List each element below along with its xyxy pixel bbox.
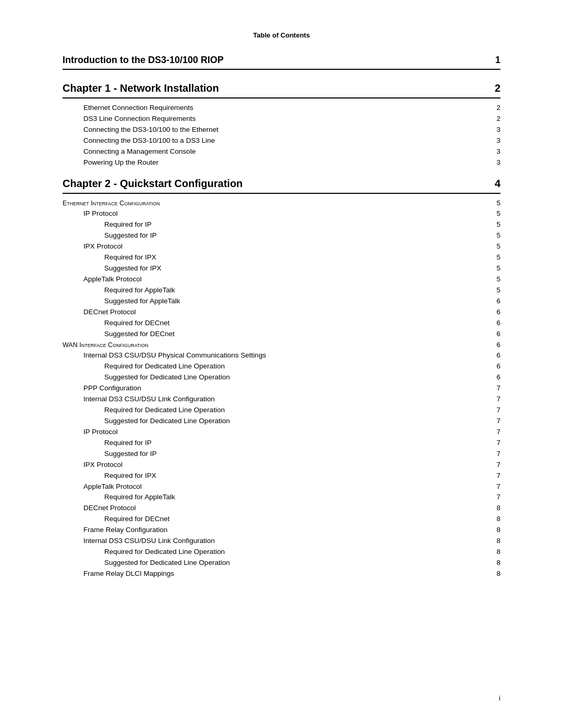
toc-entry: Suggested for Dedicated Line Operation7	[63, 416, 500, 427]
toc-entry-label: Required for Dedicated Line Operation	[63, 361, 225, 372]
toc-entry: Connecting the DS3-10/100 to a DS3 Line3	[63, 135, 500, 146]
toc-entry-page: 7	[490, 492, 500, 503]
page-header: Table of Contents	[63, 31, 500, 39]
toc-entry-page: 5	[490, 241, 500, 252]
toc-entry-label: WAN Interface Configuration	[63, 340, 148, 350]
toc-entry-label: Suggested for AppleTalk	[63, 296, 180, 307]
toc-entry-label: Required for AppleTalk	[63, 492, 175, 503]
toc-entry-page: 6	[490, 329, 500, 340]
toc-entry-label: Suggested for IP	[63, 230, 157, 241]
toc-entry-label: DS3 Line Connection Requirements	[63, 114, 195, 125]
toc-entry-page: 6	[490, 307, 500, 318]
toc-entry-label: Internal DS3 CSU/DSU Physical Communicat…	[63, 350, 266, 361]
chapter-heading-1: Chapter 2 - Quickstart Configuration4	[63, 178, 500, 194]
toc-entry-page: 8	[490, 514, 500, 525]
toc-entry-page: 3	[490, 135, 500, 146]
toc-entry-page: 8	[490, 558, 500, 569]
toc-entry-label: Internal DS3 CSU/DSU Link Configuration	[63, 394, 215, 405]
toc-entry-page: 7	[490, 482, 500, 492]
toc-entry-label: Suggested for IPX	[63, 263, 162, 274]
toc-entry: WAN Interface Configuration6	[63, 340, 500, 351]
toc-entry: DS3 Line Connection Requirements2	[63, 114, 500, 125]
toc-entry-label: Required for IPX	[63, 252, 156, 263]
chapter-title-0: Chapter 1 - Network Installation	[63, 82, 219, 94]
toc-entry-label: Required for DECnet	[63, 514, 169, 525]
intro-heading: Introduction to the DS3-10/100 RIOP 1	[63, 55, 500, 70]
toc-entry-label: Ethernet Connection Requirements	[63, 103, 193, 114]
toc-entry-label: IPX Protocol	[63, 460, 123, 471]
intro-page: 1	[485, 55, 500, 66]
toc-entry-label: Internal DS3 CSU/DSU Link Configuration	[63, 536, 215, 547]
toc-entry: Required for DECnet8	[63, 514, 500, 525]
toc-entry-page: 8	[490, 536, 500, 547]
toc-entry-label: Connecting a Management Console	[63, 146, 195, 157]
toc-entry: Suggested for DECnet6	[63, 329, 500, 340]
toc-container: Introduction to the DS3-10/100 RIOP 1 Ch…	[63, 55, 500, 579]
toc-entry: Required for IPX7	[63, 471, 500, 482]
toc-entry: Required for Dedicated Line Operation7	[63, 405, 500, 416]
toc-entry-page: 3	[490, 157, 500, 168]
toc-entry-page: 7	[490, 405, 500, 416]
toc-entry: Connecting the DS3-10/100 to the Etherne…	[63, 125, 500, 135]
toc-entry: Suggested for Dedicated Line Operation6	[63, 372, 500, 383]
toc-entry: Required for IP5	[63, 219, 500, 230]
toc-entry-label: DECnet Protocol	[63, 503, 136, 514]
toc-entry: Required for IP7	[63, 438, 500, 449]
toc-entry-page: 7	[490, 449, 500, 460]
toc-entry: Ethernet Connection Requirements2	[63, 103, 500, 114]
toc-entry: Frame Relay Configuration8	[63, 525, 500, 536]
toc-entry-label: Suggested for IP	[63, 449, 157, 460]
chapter-page-1: 4	[485, 178, 500, 190]
toc-entry: Internal DS3 CSU/DSU Link Configuration7	[63, 394, 500, 405]
toc-entry: Required for AppleTalk5	[63, 285, 500, 296]
toc-entry: IP Protocol5	[63, 208, 500, 219]
toc-entry-label: Required for Dedicated Line Operation	[63, 405, 225, 416]
toc-entry: Powering Up the Router3	[63, 157, 500, 168]
toc-entry-page: 7	[490, 383, 500, 394]
toc-entry-page: 7	[490, 471, 500, 482]
toc-entry: Internal DS3 CSU/DSU Physical Communicat…	[63, 350, 500, 361]
toc-entry-label: IP Protocol	[63, 427, 118, 438]
toc-entry-label: Connecting the DS3-10/100 to a DS3 Line	[63, 135, 215, 146]
toc-entry: Required for Dedicated Line Operation8	[63, 547, 500, 558]
toc-entry-page: 7	[490, 394, 500, 405]
toc-entry: DECnet Protocol6	[63, 307, 500, 318]
toc-entry: Suggested for AppleTalk6	[63, 296, 500, 307]
toc-entry-label: Ethernet Interface Configuration	[63, 199, 160, 208]
chapter-page-0: 2	[485, 82, 500, 94]
toc-entry-page: 5	[490, 274, 500, 285]
toc-entry-page: 8	[490, 525, 500, 536]
chapter-heading-0: Chapter 1 - Network Installation2	[63, 82, 500, 98]
toc-entry-page: 8	[490, 547, 500, 558]
toc-entry-label: Connecting the DS3-10/100 to the Etherne…	[63, 125, 218, 135]
toc-entry-label: Required for Dedicated Line Operation	[63, 547, 225, 558]
page-footer: i	[499, 694, 500, 702]
toc-entry-label: Suggested for Dedicated Line Operation	[63, 416, 230, 427]
toc-entry-label: Powering Up the Router	[63, 157, 158, 168]
toc-entry-page: 5	[490, 252, 500, 263]
toc-entry: Required for DECnet6	[63, 318, 500, 329]
toc-entry-page: 6	[490, 372, 500, 383]
toc-entry-label: Suggested for Dedicated Line Operation	[63, 372, 230, 383]
toc-entry-label: DECnet Protocol	[63, 307, 136, 318]
toc-entry-page: 2	[490, 114, 500, 125]
toc-entry-page: 7	[490, 427, 500, 438]
toc-entry: Suggested for IPX5	[63, 263, 500, 274]
toc-entry-page: 7	[490, 460, 500, 471]
toc-entry-page: 7	[490, 438, 500, 449]
toc-entry-page: 5	[490, 230, 500, 241]
toc-entry-page: 5	[490, 263, 500, 274]
toc-entry-label: Frame Relay Configuration	[63, 525, 167, 536]
toc-entry-page: 6	[490, 340, 500, 351]
toc-entry-page: 5	[490, 208, 500, 219]
toc-entry: Ethernet Interface Configuration5	[63, 198, 500, 209]
toc-entry-page: 6	[490, 296, 500, 307]
toc-entry: DECnet Protocol8	[63, 503, 500, 514]
toc-entry-page: 8	[490, 569, 500, 579]
toc-entry-label: Suggested for DECnet	[63, 329, 175, 340]
intro-title: Introduction to the DS3-10/100 RIOP	[63, 55, 224, 66]
toc-entry-page: 7	[490, 416, 500, 427]
toc-entry: AppleTalk Protocol5	[63, 274, 500, 285]
toc-entry: IP Protocol7	[63, 427, 500, 438]
toc-entry-page: 6	[490, 361, 500, 372]
